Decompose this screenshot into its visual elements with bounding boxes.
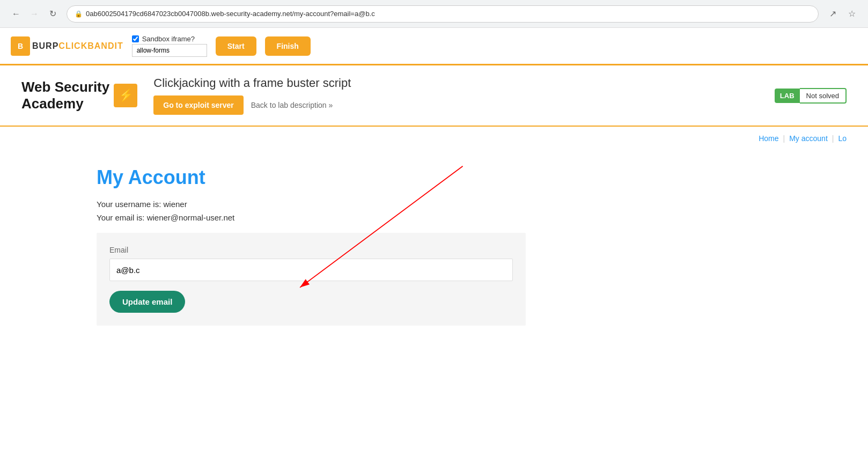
lab-not-solved: Not solved (800, 88, 847, 104)
start-button[interactable]: Start (216, 36, 256, 56)
lock-icon: 🔒 (75, 10, 83, 18)
reload-button[interactable]: ↻ (45, 6, 60, 21)
email-input[interactable] (109, 259, 513, 281)
exploit-server-button[interactable]: Go to exploit server (153, 95, 243, 115)
main-content: My Account Your username is: wiener Your… (0, 150, 868, 342)
email-form: Email Update email (97, 233, 526, 326)
sandbox-label[interactable]: Sandbox iframe? (132, 35, 207, 43)
sandbox-group: Sandbox iframe? (132, 35, 207, 57)
nav-home[interactable]: Home (759, 134, 778, 143)
finish-button[interactable]: Finish (265, 36, 311, 56)
burp-logo-text: BURPCLICKBANDIT (32, 41, 123, 51)
sandbox-input[interactable] (132, 44, 207, 57)
lab-header: Web Security Academy ⚡ Clickjacking with… (0, 65, 868, 127)
back-button[interactable]: ← (9, 6, 24, 21)
wsa-logo-text: Web Security Academy (21, 79, 109, 112)
lab-title: Clickjacking with a frame buster script (153, 76, 759, 90)
nav-bar: Home | My account | Lo (0, 127, 868, 150)
browser-chrome: ← → ↻ 🔒 0ab6002504179cd6847023cb0047008b… (0, 0, 868, 28)
share-button[interactable]: ↗ (825, 6, 840, 21)
nav-my-account[interactable]: My account (789, 134, 828, 143)
burp-logo-icon: B (11, 36, 30, 56)
lab-badge: LAB (775, 89, 800, 103)
wsa-logo: Web Security Academy ⚡ (21, 79, 137, 112)
back-to-lab-link[interactable]: Back to lab description » (251, 101, 333, 109)
url-text: 0ab6002504179cd6847023cb0047008b.web-sec… (86, 10, 375, 18)
email-text: Your email is: wiener@normal-user.net (97, 213, 771, 222)
wsa-logo-icon: ⚡ (114, 84, 137, 107)
nav-logout[interactable]: Lo (838, 134, 847, 143)
address-bar[interactable]: 🔒 0ab6002504179cd6847023cb0047008b.web-s… (67, 5, 819, 23)
page-content: Home | My account | Lo My Account Your u… (0, 127, 868, 448)
browser-actions: ↗ ☆ (825, 6, 859, 21)
lab-status: LAB Not solved (775, 88, 847, 104)
burp-toolbar: B BURPCLICKBANDIT Sandbox iframe? Start … (0, 28, 868, 65)
sandbox-checkbox[interactable] (132, 35, 139, 42)
update-email-button[interactable]: Update email (109, 291, 185, 313)
email-label: Email (109, 246, 513, 254)
bookmark-button[interactable]: ☆ (844, 6, 859, 21)
username-text: Your username is: wiener (97, 200, 771, 209)
forward-button[interactable]: → (27, 6, 42, 21)
lab-info: Clickjacking with a frame buster script … (153, 76, 759, 115)
burp-logo: B BURPCLICKBANDIT (11, 36, 123, 56)
nav-buttons: ← → ↻ (9, 6, 60, 21)
lab-actions: Go to exploit server Back to lab descrip… (153, 95, 759, 115)
page-title: My Account (97, 166, 771, 189)
